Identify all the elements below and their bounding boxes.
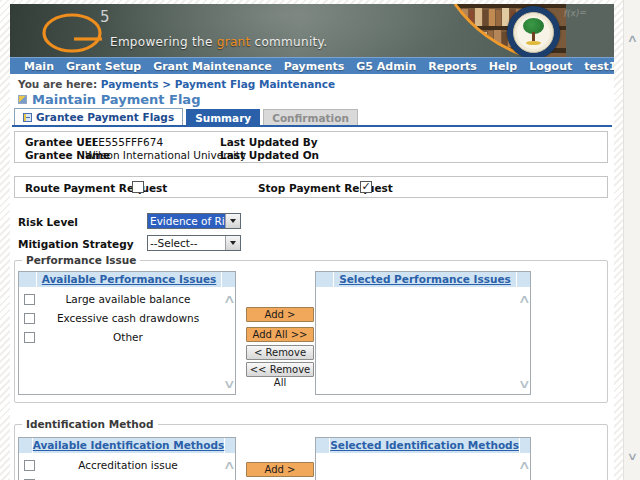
performance-issue-legend: Performance Issue	[22, 254, 140, 266]
tab-collapse-icon	[23, 113, 32, 122]
item-checkbox[interactable]	[24, 332, 35, 343]
scroll-down-icon[interactable]: ∨	[223, 377, 236, 391]
nav-item[interactable]: Reports	[428, 60, 477, 73]
scroll-up-icon[interactable]: ∧	[223, 292, 236, 306]
item-label: Accreditation issue	[36, 457, 220, 474]
tab-label: Summary	[195, 112, 251, 124]
grantee-uei-value: EEE555FFF674	[85, 136, 163, 148]
chalkboard-writing: f(x)=	[563, 7, 587, 19]
perf-remove-button[interactable]: < Remove	[246, 345, 314, 360]
list-item: Other	[19, 329, 235, 348]
main-nav: MainGrant SetupGrant MaintenancePayments…	[10, 57, 614, 74]
mitigation-strategy-value: --Select--	[148, 236, 225, 250]
route-payment-checkbox[interactable]	[132, 181, 144, 193]
page-title: Maintain Payment Flag	[32, 92, 200, 107]
selected-identification-methods-header[interactable]: Selected Identification Methods	[330, 438, 519, 453]
nav-item[interactable]: G5 Admin	[356, 60, 416, 73]
scrollbar-up-icon[interactable]: ∧	[621, 32, 640, 45]
tagline: Empowering the grant community.	[110, 35, 327, 49]
perf-add-button[interactable]: Add >	[246, 307, 314, 322]
tab-summary[interactable]: Summary	[186, 109, 260, 125]
checkmark-icon: ✓	[361, 180, 370, 193]
nav-item[interactable]: Main	[24, 60, 54, 73]
nav-item[interactable]: test1	[584, 60, 614, 73]
header-spacer	[19, 272, 36, 287]
list-item: Excessive cash drawdowns	[19, 310, 235, 329]
available-performance-issues-header[interactable]: Available Performance Issues	[37, 272, 221, 287]
item-label: Large available balance	[36, 291, 220, 308]
ident-add-button[interactable]: Add >	[246, 462, 314, 477]
item-label: Other	[36, 329, 220, 346]
nav-item[interactable]: Help	[489, 60, 517, 73]
available-identification-methods-header[interactable]: Available Identification Methods	[33, 438, 225, 453]
header-spacer	[517, 272, 530, 287]
breadcrumb-prefix: You are here:	[18, 78, 97, 90]
selected-performance-issues-list: Selected Performance Issues ∧ ∨	[315, 271, 531, 395]
last-updated-by-label: Last Updated By	[220, 136, 318, 148]
tab-confirmation: Confirmation	[263, 109, 358, 125]
content-frame: f(x)= 5 Empowering the grant community. …	[10, 4, 614, 480]
item-checkbox[interactable]	[24, 313, 35, 324]
stop-payment-label: Stop Payment Request	[258, 182, 393, 194]
mitigation-strategy-label: Mitigation Strategy	[18, 238, 134, 250]
list-item: Large available balance	[19, 291, 235, 310]
seal-base	[526, 41, 541, 45]
scroll-up-icon[interactable]: ∧	[518, 458, 531, 472]
vertical-scrollbar[interactable]: ∧ ∨	[623, 0, 640, 480]
grantee-info-box: Grantee UEI EEE555FFF674 Last Updated By…	[14, 131, 608, 163]
selected-performance-issues-header[interactable]: Selected Performance Issues	[334, 272, 516, 287]
dropdown-arrow-icon[interactable]	[225, 236, 240, 250]
g5-logo-five: 5	[100, 8, 110, 26]
dropdown-arrow-icon[interactable]	[225, 214, 240, 228]
identification-method-group: Identification Method Available Identifi…	[14, 424, 608, 480]
tab-label: Grantee Payment Flags	[36, 111, 174, 123]
header-spacer	[225, 438, 235, 453]
breadcrumb-path[interactable]: Payments > Payment Flag Maintenance	[101, 78, 335, 90]
risk-level-select[interactable]: Evidence of Risk	[147, 213, 241, 229]
header-spacer	[316, 272, 333, 287]
stop-payment-checkbox[interactable]: ✓	[360, 181, 372, 193]
tab-label: Confirmation	[272, 112, 349, 124]
list-header: Selected Performance Issues	[316, 272, 530, 287]
scroll-down-icon[interactable]: ∨	[518, 377, 531, 391]
page-title-icon	[18, 95, 27, 104]
list-header: Available Performance Issues	[19, 272, 235, 287]
scrollbar-down-icon[interactable]: ∨	[621, 450, 640, 463]
available-identification-methods-list: Available Identification Methods Accredi…	[18, 437, 236, 480]
scroll-up-icon[interactable]: ∧	[518, 292, 531, 306]
nav-item[interactable]: Grant Maintenance	[153, 60, 272, 73]
last-updated-on-label: Last Updated On	[220, 149, 319, 161]
seal-trunk	[532, 32, 535, 41]
header-spacer	[222, 272, 235, 287]
perf-add-all-button[interactable]: Add All >>	[246, 327, 314, 342]
banner: f(x)= 5 Empowering the grant community.	[10, 4, 614, 57]
scroll-up-icon[interactable]: ∧	[223, 458, 236, 472]
nav-item[interactable]: Grant Setup	[66, 60, 141, 73]
item-checkbox[interactable]	[24, 294, 35, 305]
identification-method-legend: Identification Method	[22, 418, 158, 430]
breadcrumb: You are here: Payments > Payment Flag Ma…	[18, 78, 335, 90]
performance-issue-group: Performance Issue Available Performance …	[14, 260, 608, 403]
page-title-row: Maintain Payment Flag	[18, 92, 200, 107]
header-spacer	[19, 438, 32, 453]
nav-item[interactable]: Payments	[284, 60, 345, 73]
education-seal-icon	[507, 6, 560, 57]
risk-level-label: Risk Level	[18, 216, 78, 228]
mitigation-strategy-select[interactable]: --Select--	[147, 235, 241, 251]
item-label: Excessive cash drawdowns	[36, 310, 220, 327]
risk-level-value: Evidence of Risk	[148, 214, 225, 228]
list-header: Available Identification Methods	[19, 438, 235, 453]
list-header: Selected Identification Methods	[316, 438, 530, 453]
g5-application-window: f(x)= 5 Empowering the grant community. …	[0, 0, 640, 480]
tab-grantee-payment-flags[interactable]: Grantee Payment Flags	[14, 108, 183, 125]
available-performance-issues-list: Available Performance Issues Large avail…	[18, 271, 236, 395]
route-payment-label: Route Payment Request	[25, 182, 167, 194]
list-item: Accreditation issue	[19, 457, 235, 476]
item-checkbox[interactable]	[24, 460, 35, 471]
header-spacer	[520, 438, 530, 453]
selected-identification-methods-list: Selected Identification Methods ∧ ∨	[315, 437, 531, 480]
payment-flags-box: Route Payment Request Stop Payment Reque…	[14, 176, 608, 198]
perf-remove-all-button[interactable]: << Remove All	[246, 362, 314, 377]
tab-bar: Grantee Payment Flags Summary Confirmati…	[12, 110, 612, 127]
nav-item[interactable]: Logout	[529, 60, 572, 73]
